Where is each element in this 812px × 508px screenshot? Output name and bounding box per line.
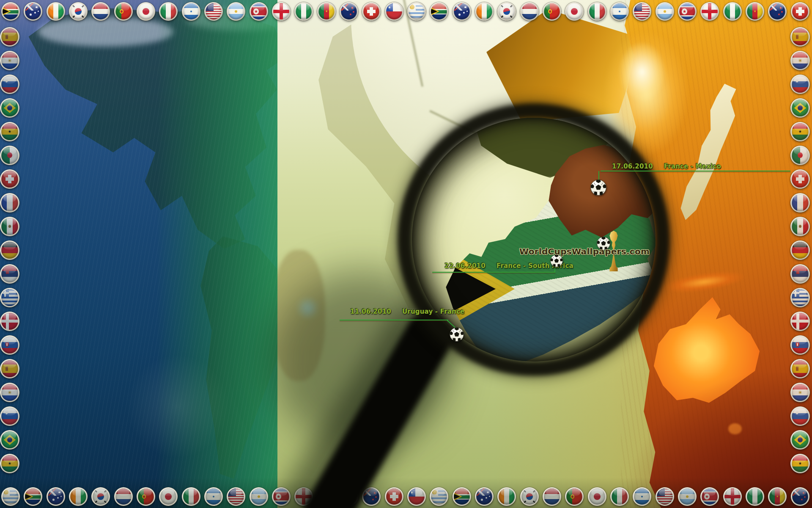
flag-gloss <box>433 4 445 11</box>
flag-gloss <box>591 4 604 11</box>
flag-gloss <box>727 489 739 496</box>
flag-badge-honduras <box>182 2 200 21</box>
flag-gloss <box>3 29 16 36</box>
match-label-uruguay-france: 11.06.2010 Uruguay - France <box>350 308 464 315</box>
flag-badge-brazil <box>0 430 19 450</box>
flag-badge-chile <box>385 2 403 21</box>
match-teams: France - Mexico <box>664 163 721 170</box>
flag-gloss <box>681 4 694 11</box>
flag-badge-new-zealand <box>791 487 809 506</box>
flag-gloss <box>771 4 784 11</box>
flag-badge-honduras <box>204 487 223 506</box>
flag-badge-slovenia <box>790 406 810 426</box>
flag-badge-south-korea <box>91 487 110 506</box>
flag-gloss <box>411 4 423 11</box>
flag-badge-slovenia <box>0 75 19 94</box>
flag-gloss <box>794 361 807 368</box>
flag-detail <box>82 16 84 18</box>
flag-gloss <box>3 432 16 439</box>
flag-gloss <box>3 171 16 179</box>
flag-gloss <box>659 4 671 11</box>
flag-gloss <box>298 4 310 11</box>
flag-badge-ivory-coast <box>497 487 516 506</box>
flag-badge-south-africa <box>24 487 42 506</box>
flag-gloss <box>568 489 581 496</box>
flag-badge-germany <box>0 240 19 260</box>
flag-gloss <box>3 147 16 155</box>
match-label-france-mexico: 17.06.2010 France - Mexico <box>612 163 721 170</box>
flag-gloss <box>3 337 16 345</box>
flag-gloss <box>524 489 536 496</box>
flag-gloss <box>591 489 604 496</box>
flag-detail <box>38 11 39 12</box>
flag-badge-spain <box>0 359 19 378</box>
flag-detail <box>466 11 468 12</box>
flag-badge-spain <box>790 27 810 47</box>
flag-gloss <box>365 4 378 11</box>
flag-gloss <box>636 4 648 11</box>
flag-badge-cameroon <box>768 487 787 506</box>
flag-badge-switzerland <box>385 487 403 506</box>
flag-gloss <box>27 489 39 496</box>
flag-badge-switzerland <box>791 2 809 21</box>
flag-gloss <box>72 4 85 11</box>
flag-gloss <box>704 4 716 11</box>
flag-detail <box>463 12 465 14</box>
flag-badge-portugal <box>565 487 584 506</box>
flag-badge-usa <box>204 2 223 21</box>
flag-gloss <box>614 489 626 496</box>
flag-badge-spain <box>0 27 19 47</box>
flag-gloss <box>3 195 16 202</box>
flag-badge-algeria <box>0 146 19 165</box>
flag-gloss <box>524 4 536 11</box>
flag-gloss <box>794 266 807 273</box>
flag-gloss <box>321 4 333 11</box>
match-line-france-mexico <box>601 171 790 171</box>
flag-badge-ghana <box>0 454 19 473</box>
flag-gloss <box>3 52 16 60</box>
flag-gloss <box>3 408 16 416</box>
flag-badge-greece <box>0 288 19 307</box>
flag-badge-algeria <box>790 146 810 165</box>
flag-gloss <box>456 4 468 11</box>
flag-badge-portugal <box>114 2 133 21</box>
flag-gloss <box>794 100 807 108</box>
flag-badge-nigeria <box>723 2 742 21</box>
flag-gloss <box>50 4 62 11</box>
flag-badge-france <box>0 193 19 213</box>
flag-gloss <box>794 76 807 84</box>
flag-badge-australia <box>475 487 494 506</box>
flag-badge-nigeria <box>294 2 313 21</box>
flag-gloss <box>275 4 288 11</box>
flag-gloss <box>546 489 558 496</box>
flag-badge-paraguay <box>790 383 810 402</box>
flag-gloss <box>253 489 265 496</box>
lens-flare-large <box>127 356 228 457</box>
flag-badge-cameroon <box>746 2 764 21</box>
flag-gloss <box>433 489 445 496</box>
flag-gloss <box>501 4 513 11</box>
flag-badge-paraguay <box>0 383 19 402</box>
flag-gloss <box>3 290 16 297</box>
flag-badge-australia <box>24 2 42 21</box>
flag-gloss <box>3 456 16 463</box>
match-line-france-south-africa <box>432 272 555 273</box>
flag-badge-paraguay <box>0 51 19 70</box>
flag-badge-england <box>723 487 742 506</box>
match-line-uruguay-france <box>340 320 448 320</box>
flag-gloss <box>456 489 468 496</box>
flag-gloss <box>749 4 761 11</box>
flag-gloss <box>388 4 401 11</box>
flag-gloss <box>794 290 807 297</box>
flag-badge-switzerland <box>362 2 381 21</box>
flag-detail <box>778 14 780 15</box>
flag-badge-italy <box>159 2 178 21</box>
flag-gloss <box>411 489 423 496</box>
flag-gloss <box>5 4 17 11</box>
flag-gloss <box>794 218 807 226</box>
flag-badge-cameroon <box>317 2 336 21</box>
flag-badge-italy <box>588 2 606 21</box>
flag-badge-ivory-coast <box>69 487 88 506</box>
flag-gloss <box>3 76 16 84</box>
flag-badge-brazil <box>0 98 19 118</box>
